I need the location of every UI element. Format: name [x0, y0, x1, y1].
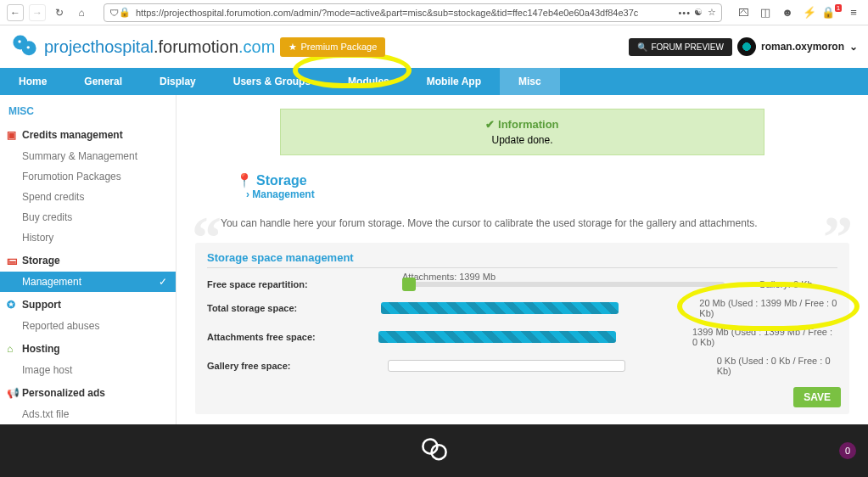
- nav-users-groups[interactable]: Users & Groups: [215, 68, 329, 95]
- top-nav: Home General Display Users & Groups Modu…: [0, 68, 868, 95]
- premium-package-button[interactable]: ★ Premium Package: [280, 37, 385, 57]
- chat-icon[interactable]: [420, 436, 449, 465]
- ads-icon: 📢: [7, 387, 20, 399]
- search-icon: 🔍: [637, 42, 647, 52]
- storage-panel: Storage space management Free space repa…: [195, 243, 849, 414]
- attachments-free-value: 1399 Mb (Used : 1399 Mb / Free : 0 Kb): [692, 327, 837, 347]
- account-icon[interactable]: ☻: [780, 5, 795, 20]
- sidebar-item-summary[interactable]: Summary & Management: [0, 146, 176, 166]
- bookmark-star-icon[interactable]: ☆: [708, 7, 716, 18]
- nav-display[interactable]: Display: [141, 68, 215, 95]
- hosting-icon: ⌂: [7, 343, 13, 355]
- sidebar: MISC ▣Credits management Summary & Manag…: [0, 95, 176, 477]
- credits-icon: ▣: [7, 129, 16, 141]
- bar-gallery: [388, 360, 625, 372]
- sidebar-item-image-host[interactable]: Image host: [0, 360, 176, 380]
- notification-count[interactable]: 0: [839, 442, 856, 459]
- menu-icon[interactable]: ≡: [846, 5, 861, 20]
- sidebar-head-storage[interactable]: 🖴Storage: [0, 248, 176, 272]
- url-text: https://projecthospital.forumotion.com/a…: [136, 8, 675, 18]
- sidebar-head-credits[interactable]: ▣Credits management: [0, 122, 176, 146]
- reader-icon[interactable]: ☯: [694, 7, 703, 18]
- sidebar-item-buy[interactable]: Buy credits: [0, 207, 176, 227]
- forum-preview-button[interactable]: 🔍 FORUM PREVIEW: [629, 38, 732, 56]
- more-icon[interactable]: •••: [678, 8, 691, 18]
- chevron-down-icon: ⌄: [849, 41, 858, 53]
- bottom-bar: 0: [0, 424, 868, 477]
- user-menu[interactable]: roman.oxymoron ⌄: [737, 37, 858, 56]
- browser-toolbar: ← → ↻ ⌂ 🛡 🔒 https://projecthospital.foru…: [0, 0, 868, 25]
- page-description: “ You can handle here your forum storage…: [195, 212, 849, 234]
- sidebar-head-ads[interactable]: 📢Personalized ads: [0, 380, 176, 404]
- avatar: [737, 37, 756, 56]
- shield-icon: 🛡: [109, 8, 119, 18]
- lock-icon: 🔒: [119, 7, 131, 18]
- sidebar-item-packages[interactable]: Forumotion Packages: [0, 166, 176, 187]
- brand-text[interactable]: projecthospital.forumotion.com: [44, 37, 275, 57]
- back-button[interactable]: ←: [7, 4, 24, 21]
- toolbar-right: ⮹ ◫ ☻ ⚡ 🔒1 ≡: [736, 5, 861, 20]
- attachments-value: Attachments: 1399 Mb: [402, 272, 496, 282]
- pin-icon: 📍: [236, 173, 253, 188]
- gallery-free-value: 0 Kb (Used : 0 Kb / Free : 0 Kb): [717, 356, 837, 376]
- row-total: Total storage space: 20 Mb (Used : 1399 …: [207, 294, 837, 323]
- sidebar-title: MISC: [0, 95, 176, 122]
- panel-title: Storage space management: [207, 251, 837, 268]
- gallery-value: Gallery: 0 Kb: [759, 279, 813, 289]
- extension-icon[interactable]: ⚡: [802, 5, 817, 20]
- sidebar-item-management[interactable]: Management: [0, 272, 176, 292]
- sidebar-item-history[interactable]: History: [0, 227, 176, 248]
- row-attachments: Attachments free space: 1399 Mb (Used : …: [207, 323, 837, 351]
- sidebar-item-spend[interactable]: Spend credits: [0, 187, 176, 207]
- url-bar[interactable]: 🛡 🔒 https://projecthospital.forumotion.c…: [104, 3, 722, 22]
- sidebar-icon[interactable]: ◫: [758, 5, 773, 20]
- forward-button[interactable]: →: [29, 4, 46, 21]
- library-icon[interactable]: ⮹: [736, 5, 751, 20]
- nav-home[interactable]: Home: [0, 68, 65, 95]
- sidebar-head-hosting[interactable]: ⌂Hosting: [0, 336, 176, 360]
- home-button[interactable]: ⌂: [73, 4, 90, 21]
- save-button[interactable]: SAVE: [793, 387, 841, 407]
- forumotion-logo: [10, 32, 39, 61]
- sidebar-item-abuses[interactable]: Reported abuses: [0, 316, 176, 336]
- total-value: 20 Mb (Used : 1399 Mb / Free : 0 Kb): [699, 298, 837, 318]
- badge: 1: [835, 4, 842, 12]
- sidebar-head-support[interactable]: ✪Support: [0, 292, 176, 316]
- bar-attachments: [378, 331, 616, 343]
- info-body: Update done.: [289, 134, 755, 146]
- sidebar-item-ads-txt[interactable]: Ads.txt file: [0, 404, 176, 424]
- nav-misc[interactable]: Misc: [500, 68, 560, 95]
- storage-icon: 🖴: [7, 255, 17, 267]
- svg-point-2: [18, 40, 20, 42]
- storage-slider[interactable]: [402, 282, 725, 287]
- nav-general[interactable]: General: [65, 68, 141, 95]
- breadcrumb[interactable]: › Management: [246, 188, 849, 200]
- star-icon: ★: [288, 42, 297, 53]
- site-header: projecthospital.forumotion.com ★ Premium…: [0, 25, 868, 68]
- reload-button[interactable]: ↻: [51, 4, 68, 21]
- info-title: ✔ Information: [289, 118, 755, 131]
- svg-point-3: [27, 46, 30, 48]
- info-box: ✔ Information Update done.: [280, 109, 764, 155]
- row-free-repartition: Free space repartition: Attachments: 139…: [207, 275, 837, 294]
- notification-icon[interactable]: 🔒1: [824, 5, 839, 20]
- support-icon: ✪: [7, 299, 15, 311]
- nav-mobile-app[interactable]: Mobile App: [408, 68, 500, 95]
- row-gallery: Gallery free space: 0 Kb (Used : 0 Kb / …: [207, 351, 837, 380]
- main: ✔ Information Update done. 📍Storage › Ma…: [176, 95, 868, 477]
- nav-modules[interactable]: Modules: [329, 68, 408, 95]
- bar-total: [381, 302, 619, 314]
- slider-handle[interactable]: [402, 278, 416, 291]
- page-title: 📍Storage: [236, 172, 849, 188]
